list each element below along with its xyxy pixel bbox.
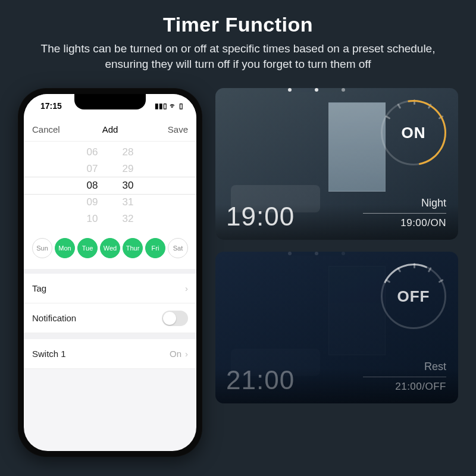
clock-icon: OFF bbox=[381, 264, 446, 329]
page-title: Timer Function bbox=[24, 13, 452, 36]
signal-icon: ▮▮▯ bbox=[155, 102, 167, 110]
minute-wheel[interactable]: 28 29 30 31 32 bbox=[110, 144, 146, 227]
save-button[interactable]: Save bbox=[154, 124, 188, 134]
status-time: 17:15 bbox=[40, 101, 62, 111]
divider bbox=[363, 213, 446, 214]
caption-detail: 19:00/ON bbox=[363, 217, 446, 229]
notification-toggle[interactable] bbox=[162, 311, 188, 326]
caption-title: Rest bbox=[363, 361, 446, 373]
day-thur[interactable]: Thur bbox=[123, 238, 143, 258]
phone-screen: 17:15 ▮▮▯ ᯤ ▯ Cancel Add Save 06 07 08 0 bbox=[24, 94, 196, 451]
clock-icon: ON bbox=[381, 100, 446, 165]
day-mon[interactable]: Mon bbox=[55, 238, 75, 258]
day-fri[interactable]: Fri bbox=[145, 238, 165, 258]
phone-frame: 17:15 ▮▮▯ ᯤ ▯ Cancel Add Save 06 07 08 0 bbox=[18, 88, 202, 457]
state-label: ON bbox=[402, 124, 426, 142]
day-sat[interactable]: Sat bbox=[168, 238, 188, 258]
scene-cards: ON 19:00 Night 19:00/ON bbox=[215, 88, 458, 403]
scene-time: 19:00 bbox=[226, 202, 295, 231]
section-gap bbox=[24, 333, 196, 339]
phone-notch bbox=[74, 94, 146, 109]
scene-card-off: OFF 21:00 Rest 21:00/OFF bbox=[215, 252, 458, 403]
scene-card-on: ON 19:00 Night 19:00/ON bbox=[215, 88, 458, 240]
dial-on: ON bbox=[363, 100, 446, 165]
caption-title: Night bbox=[363, 197, 446, 209]
switch-row[interactable]: Switch 1 On › bbox=[24, 339, 196, 369]
caption-detail: 21:00/OFF bbox=[363, 381, 446, 393]
chevron-right-icon: › bbox=[185, 349, 188, 359]
divider bbox=[363, 377, 446, 377]
notification-label: Notification bbox=[32, 313, 76, 323]
hour-wheel[interactable]: 06 07 08 09 10 bbox=[74, 144, 110, 227]
day-sun[interactable]: Sun bbox=[32, 238, 52, 258]
page-subtitle: The lights can be turned on or off at sp… bbox=[24, 41, 452, 71]
chevron-right-icon: › bbox=[185, 283, 188, 293]
dial-off: OFF bbox=[363, 264, 446, 329]
day-tue[interactable]: Tue bbox=[77, 238, 98, 258]
wifi-icon: ᯤ bbox=[170, 102, 177, 110]
scene-time: 21:00 bbox=[226, 365, 295, 395]
time-picker[interactable]: 06 07 08 09 10 28 29 30 31 32 bbox=[24, 142, 196, 230]
nav-bar: Cancel Add Save bbox=[24, 118, 196, 142]
scene-caption: Rest 21:00/OFF bbox=[363, 361, 446, 393]
scene-caption: Night 19:00/ON bbox=[363, 197, 446, 229]
battery-icon: ▯ bbox=[179, 102, 183, 110]
weekday-selector: Sun Mon Tue Wed Thur Fri Sat bbox=[24, 230, 196, 274]
state-label: OFF bbox=[397, 287, 430, 306]
tag-label: Tag bbox=[32, 283, 46, 293]
switch-label: Switch 1 bbox=[32, 349, 66, 359]
cancel-button[interactable]: Cancel bbox=[32, 124, 67, 134]
notification-row: Notification bbox=[24, 303, 196, 333]
nav-title: Add bbox=[102, 124, 118, 134]
day-wed[interactable]: Wed bbox=[100, 238, 120, 258]
switch-value: On bbox=[170, 349, 181, 359]
status-icons: ▮▮▯ ᯤ ▯ bbox=[155, 102, 183, 110]
tag-row[interactable]: Tag › bbox=[24, 274, 196, 303]
